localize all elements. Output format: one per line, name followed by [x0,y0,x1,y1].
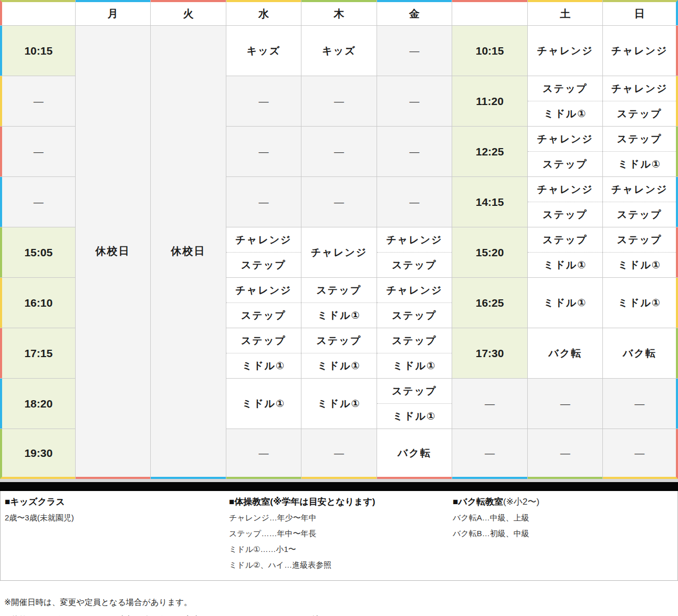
class-cell-sat: ミドル① [528,278,603,328]
class-slot: チャレンジ [603,76,676,101]
class-cell-thu: チャレンジ [301,227,377,277]
legend-item: ステップ……年中〜年長 [229,526,453,541]
legend-item: ミドル①……小1〜 [229,541,453,557]
class-cell-sat: — [528,429,603,479]
note-closed-days: ※休校日がございますので、ご参加の際は年間予定表または月間スケジュールをご確認下… [4,611,678,616]
class-schedule-page: 月火水木金土日休校日休校日10:15キッズキッズ—10:15チャレンジチャレンジ… [0,0,678,616]
class-slot: ミドル① [528,101,603,126]
class-slot: ステップ [528,227,603,252]
time-cell: 14:15 [452,177,527,227]
class-slot: ミドル① [603,252,676,277]
class-cell-thu: ステップミドル① [301,278,377,328]
legend-title-suffix: (※小2〜) [503,497,539,507]
class-slot: ステップ [226,302,301,328]
day-header-sun: 日 [603,0,678,25]
class-cell-sat: チャレンジステップ [528,127,603,176]
class-slot: チャレンジ [377,278,452,302]
class-cell-sat: ステップミドル① [528,76,603,126]
class-cell-sat: チャレンジ [528,26,603,76]
class-cell-sat: — [528,379,603,429]
legend-item: 2歳〜3歳(未就園児) [5,510,229,526]
class-slot: ステップ [528,151,603,176]
day-header-sat: 土 [528,0,603,25]
legend-top-divider [0,482,678,491]
class-slot: ミドル① [301,302,377,328]
closed-day-column-tue: 休校日 [151,26,226,479]
class-slot: チャレンジ [528,127,603,151]
time-cell: — [452,379,527,429]
class-cell-wed: キッズ [226,26,301,76]
day-header-fri: 金 [377,0,452,25]
time-cell: 15:20 [452,227,527,277]
class-cell-sun: — [603,429,678,479]
class-slot: ステップ [603,227,676,252]
class-slot: ステップ [603,127,676,151]
note-schedule-change: ※開催日時は、変更や定員となる場合があります。 [4,593,678,611]
class-cell-sat: チャレンジステップ [528,177,603,227]
class-cell-thu: — [301,429,377,479]
time-cell: — [0,177,75,227]
time-cell: 16:25 [452,278,527,328]
class-slot: ステップ [377,252,452,277]
class-cell-wed: ミドル① [226,379,301,429]
class-slot: ステップ [301,328,377,353]
class-cell-fri: チャレンジステップ [377,227,452,277]
legend-item: バク転B…初級、中級 [453,526,677,541]
class-cell-sun: チャレンジステップ [603,177,678,227]
footer-notes: ※開催日時は、変更や定員となる場合があります。 ※休校日がございますので、ご参加… [4,593,678,616]
class-slot: ミドル① [301,353,377,378]
day-header-mon: 月 [76,0,151,25]
class-cell-fri: ステップミドル① [377,328,452,378]
class-cell-sun: チャレンジ [603,26,678,76]
legend-title-text: ■キッズクラス [5,497,65,507]
class-slot: ミドル① [528,252,603,277]
class-cell-thu: — [301,76,377,126]
time-cell: 10:15 [452,26,527,76]
class-slot: チャレンジ [377,227,452,252]
class-cell-wed: — [226,76,301,126]
class-slot: チャレンジ [528,177,603,202]
class-slot: ミドル① [603,151,676,176]
class-cell-sat: バク転 [528,328,603,378]
class-cell-fri: — [377,127,452,176]
class-cell-sun: ステップミドル① [603,227,678,277]
legend-item: ミドル②、ハイ…進級表参照 [229,557,453,573]
class-slot: チャレンジ [226,278,301,302]
class-cell-sun: ステップミドル① [603,127,678,176]
class-slot: ステップ [528,76,603,101]
time-column-header [452,0,527,25]
time-cell: 17:30 [452,328,527,378]
time-cell: 17:15 [0,328,75,378]
class-cell-sun: — [603,379,678,429]
class-slot: ステップ [377,328,452,353]
class-slot: ミドル① [377,403,452,429]
time-cell: 19:30 [0,429,75,479]
class-cell-sun: ミドル① [603,278,678,328]
day-header-thu: 木 [301,0,377,25]
time-cell: 12:25 [452,127,527,176]
legend-title-gymnastics: ■体操教室(※学年は目安となります) [229,494,453,510]
time-cell: — [0,127,75,176]
class-cell-wed: チャレンジステップ [226,227,301,277]
day-header-tue: 火 [151,0,226,25]
time-cell: — [0,76,75,126]
class-cell-thu: — [301,127,377,176]
time-column-header [0,0,75,25]
legend-title-backflip: ■バク転教室(※小2〜) [453,494,677,510]
time-cell: 15:05 [0,227,75,277]
legend-box: ■キッズクラス 2歳〜3歳(未就園児) ■体操教室(※学年は目安となります) チ… [0,491,678,581]
class-cell-sat: ステップミドル① [528,227,603,277]
class-slot: ステップ [603,101,676,126]
class-cell-fri: — [377,76,452,126]
class-cell-wed: チャレンジステップ [226,278,301,328]
legend-section-backflip: ■バク転教室(※小2〜) バク転A…中級、上級 バク転B…初級、中級 [453,494,677,573]
time-cell: 18:20 [0,379,75,429]
class-slot: ミドル① [226,353,301,378]
legend-title-text: ■体操教室(※学年は目安となります) [229,497,375,507]
legend-section-kids: ■キッズクラス 2歳〜3歳(未就園児) [5,494,229,573]
class-cell-thu: ミドル① [301,379,377,429]
time-cell: — [452,429,527,479]
class-cell-fri: — [377,26,452,76]
class-slot: チャレンジ [603,177,676,202]
class-slot: ミドル① [377,353,452,378]
